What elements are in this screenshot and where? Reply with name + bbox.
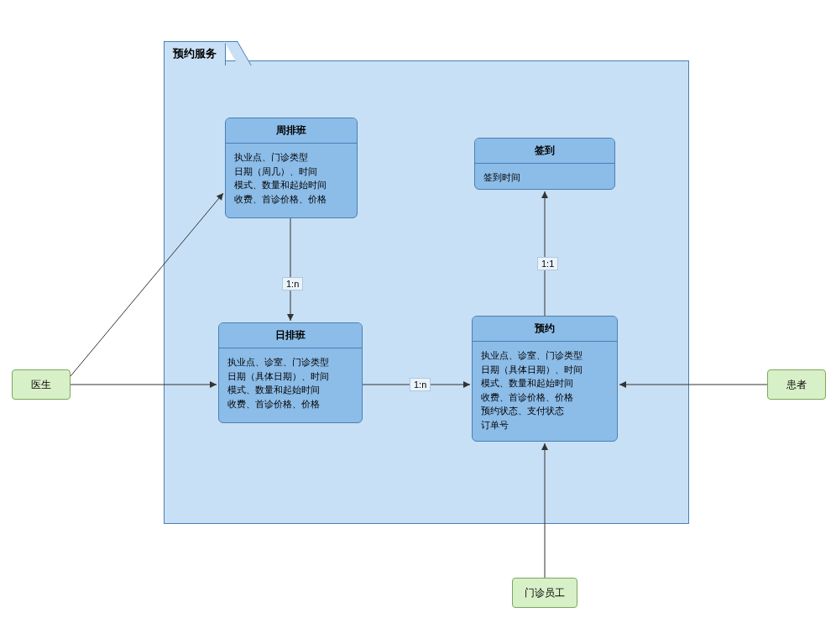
actor-patient: 患者	[767, 369, 826, 400]
attr-line: 日期（周几）、时间	[234, 165, 348, 179]
attr-line: 模式、数量和起始时间	[481, 376, 609, 390]
attr-line: 日期（具体日期）、时间	[481, 363, 609, 377]
attr-line: 签到时间	[483, 170, 606, 185]
actor-clinic-staff: 门诊员工	[512, 578, 577, 608]
entity-checkin: 签到 签到时间	[474, 138, 615, 190]
entity-attributes: 执业点、诊室、门诊类型 日期（具体日期）、时间 模式、数量和起始时间 收费、首诊…	[473, 342, 617, 438]
entity-title: 签到	[475, 139, 614, 164]
edge-label-appointment-checkin: 1:1	[537, 257, 558, 270]
attr-line: 收费、首诊价格、价格	[234, 192, 348, 207]
entity-weekly-schedule: 周排班 执业点、门诊类型 日期（周几）、时间 模式、数量和起始时间 收费、首诊价…	[225, 118, 358, 218]
attr-line: 收费、首诊价格、价格	[227, 397, 353, 411]
actor-doctor: 医生	[12, 369, 71, 400]
attr-line: 订单号	[481, 418, 609, 432]
entity-title: 日排班	[219, 323, 362, 348]
entity-appointment: 预约 执业点、诊室、门诊类型 日期（具体日期）、时间 模式、数量和起始时间 收费…	[472, 316, 618, 442]
entity-attributes: 执业点、门诊类型 日期（周几）、时间 模式、数量和起始时间 收费、首诊价格、价格	[226, 144, 357, 212]
attr-line: 执业点、诊室、门诊类型	[481, 348, 609, 363]
edge-label-daily-appointment: 1:n	[410, 378, 431, 391]
entity-attributes: 签到时间	[475, 164, 614, 190]
entity-daily-schedule: 日排班 执业点、诊室、门诊类型 日期（具体日期）、时间 模式、数量和起始时间 收…	[218, 322, 363, 423]
edge-label-weekly-daily: 1:n	[282, 277, 303, 291]
attr-line: 预约状态、支付状态	[481, 404, 609, 418]
attr-line: 执业点、诊室、门诊类型	[227, 355, 353, 369]
attr-line: 收费、首诊价格、价格	[481, 390, 609, 405]
entity-title: 周排班	[226, 118, 357, 144]
attr-line: 模式、数量和起始时间	[227, 383, 353, 397]
attr-line: 模式、数量和起始时间	[234, 178, 348, 192]
attr-line: 日期（具体日期）、时间	[227, 369, 353, 384]
package-title: 预约服务	[164, 41, 226, 65]
entity-title: 预约	[473, 317, 617, 342]
attr-line: 执业点、门诊类型	[234, 150, 348, 165]
entity-attributes: 执业点、诊室、门诊类型 日期（具体日期）、时间 模式、数量和起始时间 收费、首诊…	[219, 348, 362, 417]
